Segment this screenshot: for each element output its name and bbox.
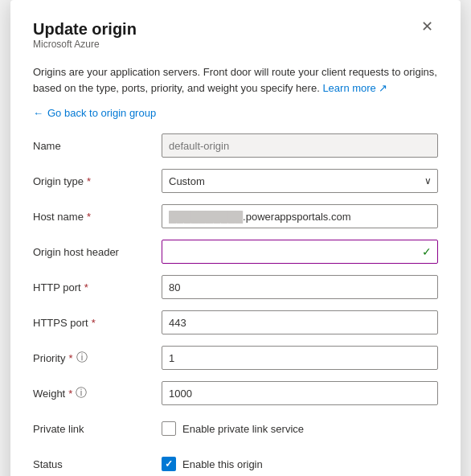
- origin-type-select[interactable]: Custom Storage Cloud service Web app App…: [162, 169, 438, 193]
- name-control: [162, 133, 438, 158]
- status-row: Status ✓ Enable this origin: [33, 452, 438, 476]
- weight-label: Weight * ⓘ: [33, 386, 162, 400]
- private-link-checkbox-label: Enable private link service: [182, 423, 304, 435]
- origin-type-required-star: *: [87, 175, 91, 187]
- weight-input[interactable]: [162, 381, 438, 405]
- https-port-control: [162, 310, 438, 334]
- https-port-label: HTTPS port *: [33, 317, 162, 329]
- priority-control: [162, 346, 438, 370]
- host-name-label: Host name *: [33, 211, 162, 223]
- http-port-input[interactable]: [162, 275, 438, 299]
- back-to-origin-group-link[interactable]: ← Go back to origin group: [33, 107, 438, 119]
- https-port-required-star: *: [92, 317, 96, 329]
- origin-host-header-label: Origin host header: [33, 246, 162, 258]
- dialog-subtitle: Microsoft Azure: [33, 39, 137, 50]
- close-icon: ✕: [421, 18, 433, 35]
- priority-input[interactable]: [162, 346, 438, 370]
- status-control: ✓ Enable this origin: [162, 457, 438, 471]
- name-input[interactable]: [162, 133, 438, 158]
- https-port-input[interactable]: [162, 310, 438, 334]
- https-port-row: HTTPS port *: [33, 310, 438, 334]
- private-link-control: Enable private link service: [162, 421, 438, 436]
- check-white-icon: ✓: [165, 458, 173, 470]
- http-port-label: HTTP port *: [33, 281, 162, 293]
- origin-type-label: Origin type *: [33, 175, 162, 187]
- private-link-label: Private link: [33, 423, 162, 435]
- host-name-suffix: .powerappsportals.com: [243, 211, 350, 223]
- title-block: Update origin Microsoft Azure: [33, 19, 137, 61]
- http-port-required-star: *: [84, 281, 88, 293]
- name-row: Name: [33, 133, 438, 158]
- host-name-row: Host name * ██████████ .powerappsportals…: [33, 204, 438, 228]
- priority-required-star: *: [68, 352, 72, 364]
- origin-host-header-control: ✓: [162, 240, 438, 264]
- private-link-checkbox[interactable]: [162, 421, 176, 436]
- description-text: Origins are your application servers. Fr…: [33, 64, 438, 96]
- status-checkbox[interactable]: ✓: [162, 457, 176, 471]
- status-checkbox-row: ✓ Enable this origin: [162, 457, 438, 471]
- http-port-row: HTTP port *: [33, 275, 438, 299]
- priority-row: Priority * ⓘ: [33, 346, 438, 370]
- external-link-icon: ↗: [379, 82, 387, 94]
- priority-label: Priority * ⓘ: [33, 351, 162, 365]
- origin-host-header-input[interactable]: [162, 240, 438, 264]
- close-button[interactable]: ✕: [416, 18, 438, 35]
- check-green-icon: ✓: [422, 245, 432, 258]
- priority-info-icon[interactable]: ⓘ: [76, 351, 88, 365]
- dialog-title: Update origin: [33, 19, 137, 39]
- dialog-header: Update origin Microsoft Azure ✕: [33, 19, 438, 61]
- http-port-control: [162, 275, 438, 299]
- origin-type-control: Custom Storage Cloud service Web app App…: [162, 169, 438, 193]
- weight-row: Weight * ⓘ: [33, 381, 438, 405]
- status-label: Status: [33, 458, 162, 470]
- weight-info-icon[interactable]: ⓘ: [76, 386, 87, 400]
- weight-control: [162, 381, 438, 405]
- origin-type-row: Origin type * Custom Storage Cloud servi…: [33, 169, 438, 193]
- name-label: Name: [33, 140, 162, 152]
- private-link-row: Private link Enable private link service: [33, 416, 438, 441]
- host-name-blurred: ██████████: [169, 211, 243, 223]
- weight-required-star: *: [68, 388, 72, 400]
- origin-host-header-row: Origin host header ✓: [33, 240, 438, 264]
- host-name-control: ██████████ .powerappsportals.com: [162, 204, 438, 228]
- update-origin-dialog: Update origin Microsoft Azure ✕ Origins …: [10, 0, 461, 476]
- host-name-required-star: *: [87, 211, 91, 223]
- status-checkbox-label: Enable this origin: [182, 458, 263, 470]
- private-link-checkbox-row: Enable private link service: [162, 421, 438, 436]
- back-arrow-icon: ←: [33, 107, 43, 119]
- learn-more-link[interactable]: Learn more ↗: [322, 82, 387, 94]
